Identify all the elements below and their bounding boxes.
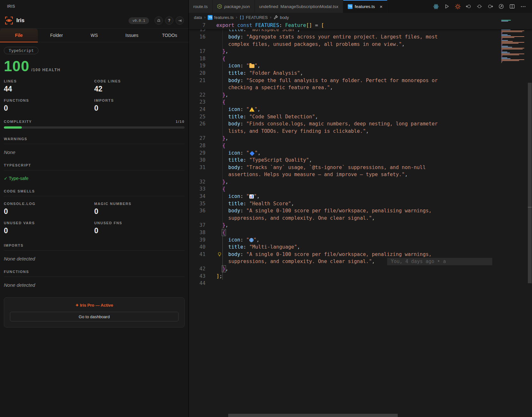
code-text[interactable]: }, bbox=[216, 178, 532, 186]
code-line-wrap[interactable]: lists, and TODOs. Every finding is click… bbox=[189, 128, 532, 135]
code-line-42[interactable]: 42 }, bbox=[189, 265, 532, 273]
editor-tab-route-ts[interactable]: route.ts bbox=[189, 0, 212, 13]
code-line-38[interactable]: 38 { bbox=[189, 229, 532, 236]
code-line-wrap[interactable]: checking a specific feature area.", bbox=[189, 84, 532, 91]
code-text[interactable]: title: "Multi-language", bbox=[216, 243, 532, 251]
code-text[interactable]: icon: "", bbox=[216, 193, 532, 200]
help-icon[interactable]: ? bbox=[165, 16, 173, 25]
code-text[interactable]: { bbox=[216, 142, 532, 149]
code-text[interactable]: title: "Workspace Scan", bbox=[216, 29, 532, 33]
code-text[interactable] bbox=[216, 280, 532, 287]
code-line-23[interactable]: 23 { bbox=[189, 98, 532, 106]
horizontal-scrollbar[interactable] bbox=[228, 414, 398, 417]
breadcrumb-item-data[interactable]: data bbox=[194, 15, 202, 20]
code-line-28[interactable]: 28 { bbox=[189, 142, 532, 149]
iris-tab-folder[interactable]: Folder bbox=[38, 29, 76, 42]
code-text[interactable]: title: "Health Score", bbox=[216, 200, 532, 208]
code-text[interactable]: title: "TypeScript Quality", bbox=[216, 157, 532, 164]
code-line-32[interactable]: 32 }, bbox=[189, 178, 532, 186]
iris-tab-file[interactable]: File bbox=[0, 29, 38, 42]
code-text[interactable]: title: "Folder Analysis", bbox=[216, 70, 532, 77]
code-text[interactable]: body: "Aggregate stats across your entir… bbox=[216, 33, 532, 41]
code-line-21[interactable]: 21 body: "Scope the full analysis to any… bbox=[189, 77, 532, 84]
code-text[interactable]: { bbox=[216, 185, 532, 193]
iris-tab-ws[interactable]: WS bbox=[75, 29, 113, 42]
iris-burst-icon[interactable] bbox=[454, 3, 461, 10]
code-line-30[interactable]: 30 title: "TypeScript Quality", bbox=[189, 157, 532, 164]
code-line-36[interactable]: 36 body: "A single 0-100 score per file/… bbox=[189, 207, 532, 215]
more-actions-icon[interactable] bbox=[520, 3, 526, 10]
vertical-scrollbar[interactable] bbox=[528, 0, 532, 417]
code-text[interactable]: ]; bbox=[216, 273, 532, 280]
close-icon[interactable]: × bbox=[380, 4, 383, 9]
code-text[interactable]: { bbox=[216, 98, 532, 106]
code-text[interactable]: { bbox=[216, 55, 532, 63]
code-text[interactable]: icon: "", bbox=[216, 236, 532, 244]
code-text[interactable]: { bbox=[216, 229, 532, 236]
code-line-41[interactable]: 41 body: "A single 0-100 score per file/… bbox=[189, 251, 532, 258]
run-icon[interactable] bbox=[444, 3, 450, 10]
code-text[interactable]: }, bbox=[216, 135, 532, 142]
split-editor-icon[interactable] bbox=[509, 3, 515, 10]
code-line-44[interactable]: 44 bbox=[189, 280, 532, 287]
code-text[interactable]: title: "Code Smell Detection", bbox=[216, 113, 532, 121]
editor-tab-features-ts[interactable]: TSfeatures.ts× bbox=[343, 0, 387, 13]
react-icon[interactable] bbox=[433, 3, 439, 10]
code-line-43[interactable]: 43]; bbox=[189, 273, 532, 280]
code-line-7[interactable]: 7export const FEATURES: Feature[] = [ bbox=[189, 22, 324, 29]
nav-back-icon[interactable] bbox=[465, 3, 472, 10]
code-text[interactable]: export const FEATURES: Feature[] = [ bbox=[216, 22, 324, 29]
iris-tab-todos[interactable]: TODOs bbox=[151, 29, 188, 42]
code-line-29[interactable]: 29 icon: "", bbox=[189, 149, 532, 157]
code-text[interactable]: }, bbox=[216, 265, 532, 273]
code-line-26[interactable]: 26 body: "Finds console.logs, magic numb… bbox=[189, 120, 532, 128]
nav-forward-icon[interactable] bbox=[487, 3, 494, 10]
code-text[interactable]: }, bbox=[216, 91, 532, 99]
code-line-20[interactable]: 20 title: "Folder Analysis", bbox=[189, 70, 532, 77]
code-line-39[interactable]: 39 icon: "", bbox=[189, 236, 532, 244]
code-line-wrap[interactable]: assertions. Helps you measure — and impr… bbox=[189, 171, 532, 178]
code-text[interactable]: suppressions, and complexity. One clear … bbox=[216, 258, 532, 265]
code-text[interactable]: lists, and TODOs. Every finding is click… bbox=[216, 128, 532, 135]
iris-tab-issues[interactable]: Issues bbox=[113, 29, 151, 42]
code-text[interactable]: }, bbox=[216, 48, 532, 55]
code-line-wrap[interactable]: suppressions, and complexity. One clear … bbox=[189, 258, 532, 265]
code-line-40[interactable]: 40 title: "Multi-language", bbox=[189, 243, 532, 251]
code-line-27[interactable]: 27 }, bbox=[189, 135, 532, 142]
code-text[interactable]: body: "Scope the full analysis to any fo… bbox=[216, 77, 532, 84]
code-text[interactable]: complex files, unused packages, all prob… bbox=[216, 41, 532, 48]
code-line-19[interactable]: 19 icon: "", bbox=[189, 62, 532, 70]
code-line-37[interactable]: 37 }, bbox=[189, 222, 532, 229]
code-text[interactable]: body: "Tracks `any` usage, `@ts-ignore` … bbox=[216, 164, 532, 171]
code-editor[interactable]: 7export const FEATURES: Feature[] = [ 15… bbox=[189, 22, 532, 417]
nav-dot-icon[interactable] bbox=[476, 3, 483, 10]
breadcrumb-item-features-ts[interactable]: TSfeatures.ts bbox=[208, 15, 234, 20]
code-text[interactable]: assertions. Helps you measure — and impr… bbox=[216, 171, 532, 178]
breadcrumb-item-body[interactable]: body bbox=[273, 15, 289, 20]
code-line-31[interactable]: 31 body: "Tracks `any` usage, `@ts-ignor… bbox=[189, 164, 532, 171]
code-text[interactable]: suppressions, and complexity. One clear … bbox=[216, 215, 532, 222]
code-line-17[interactable]: 17 }, bbox=[189, 48, 532, 55]
code-text[interactable]: }, bbox=[216, 222, 532, 229]
editor-tab-managesubscriptionmodal-tsx[interactable]: undefinedManageSubscriptionModal.tsx bbox=[255, 0, 343, 13]
breadcrumb-item-features[interactable]: FEATURES bbox=[239, 15, 268, 20]
editor-tab-package-json[interactable]: JSpackage.json bbox=[212, 0, 255, 13]
code-line-25[interactable]: 25 title: "Code Smell Detection", bbox=[189, 113, 532, 121]
code-text[interactable]: icon: "", bbox=[216, 62, 532, 70]
code-line-24[interactable]: 24 icon: "", bbox=[189, 106, 532, 113]
go-to-dashboard-button[interactable]: Go to dashboard bbox=[10, 312, 179, 321]
sticky-scroll-line[interactable]: 7export const FEATURES: Feature[] = [ bbox=[189, 22, 532, 29]
bell-icon[interactable] bbox=[154, 16, 163, 25]
code-text[interactable]: icon: "", bbox=[216, 106, 532, 113]
code-line-wrap[interactable]: suppressions, and complexity. One clear … bbox=[189, 215, 532, 222]
code-line-18[interactable]: 18 { bbox=[189, 55, 532, 63]
code-line-34[interactable]: 34 icon: "", bbox=[189, 193, 532, 200]
code-text[interactable]: body: "A single 0-100 score per file/wor… bbox=[216, 207, 532, 215]
open-external-icon[interactable] bbox=[176, 16, 184, 25]
code-line-22[interactable]: 22 }, bbox=[189, 91, 532, 99]
code-line-16[interactable]: 16 body: "Aggregate stats across your en… bbox=[189, 33, 532, 41]
timeline-icon[interactable] bbox=[498, 3, 504, 10]
lightbulb-icon[interactable] bbox=[217, 252, 222, 257]
code-text[interactable]: checking a specific feature area.", bbox=[216, 84, 532, 91]
code-line-33[interactable]: 33 { bbox=[189, 185, 532, 193]
